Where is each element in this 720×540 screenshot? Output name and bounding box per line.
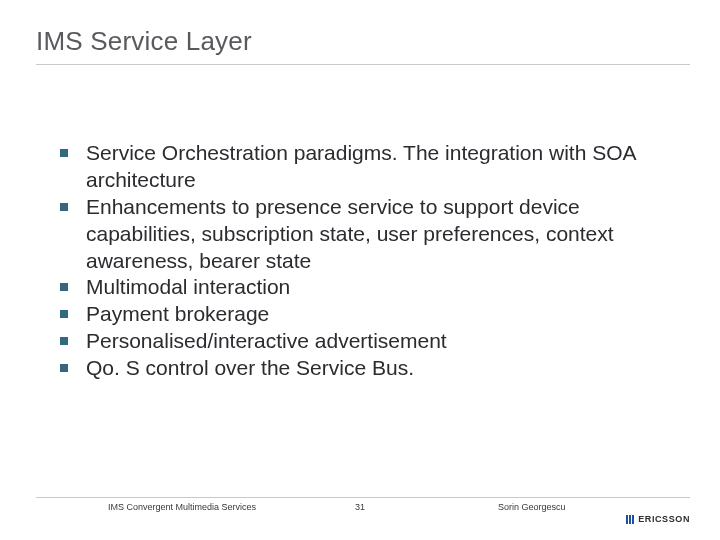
square-bullet-icon [60, 310, 68, 318]
footer-doc-title: IMS Convergent Multimedia Services [108, 502, 256, 512]
square-bullet-icon [60, 337, 68, 345]
list-item: Qo. S control over the Service Bus. [60, 355, 660, 382]
footer-page-number: 31 [355, 502, 365, 512]
list-item: Personalised/interactive advertisement [60, 328, 660, 355]
slide-title: IMS Service Layer [36, 26, 252, 57]
list-item: Multimodal interaction [60, 274, 660, 301]
bullet-text: Qo. S control over the Service Bus. [86, 356, 414, 379]
content-area: Service Orchestration paradigms. The int… [60, 140, 660, 382]
list-item: Payment brokerage [60, 301, 660, 328]
ericsson-wordmark: ERICSSON [638, 514, 690, 524]
square-bullet-icon [60, 364, 68, 372]
bullet-text: Enhancements to presence service to supp… [86, 195, 614, 272]
bullet-text: Service Orchestration paradigms. The int… [86, 141, 635, 191]
list-item: Enhancements to presence service to supp… [60, 194, 660, 275]
footer: IMS Convergent Multimedia Services 31 So… [0, 502, 720, 520]
square-bullet-icon [60, 149, 68, 157]
square-bullet-icon [60, 283, 68, 291]
square-bullet-icon [60, 203, 68, 211]
title-divider [36, 64, 690, 65]
footer-divider [36, 497, 690, 498]
footer-author: Sorin Georgescu [498, 502, 566, 512]
slide: IMS Service Layer Service Orchestration … [0, 0, 720, 540]
list-item: Service Orchestration paradigms. The int… [60, 140, 660, 194]
bullet-text: Multimodal interaction [86, 275, 290, 298]
ericsson-logo: ERICSSON [626, 514, 690, 524]
bullet-text: Payment brokerage [86, 302, 269, 325]
bullet-list: Service Orchestration paradigms. The int… [60, 140, 660, 382]
bullet-text: Personalised/interactive advertisement [86, 329, 447, 352]
ericsson-bars-icon [626, 515, 634, 524]
